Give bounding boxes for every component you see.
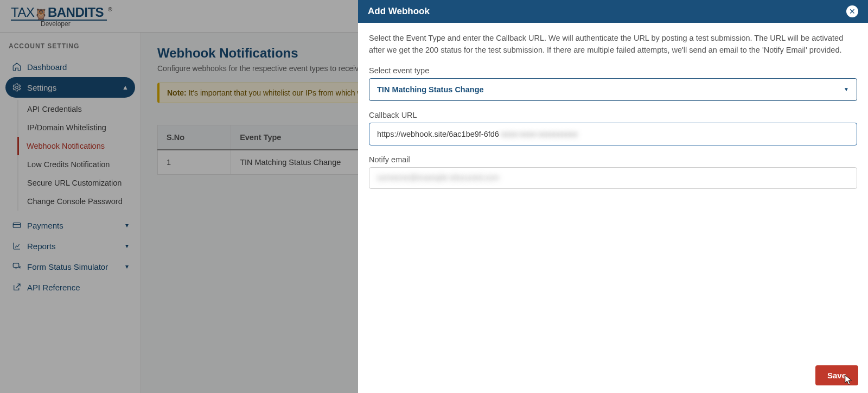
notify-email-input[interactable]: someone@example-obscured.com bbox=[369, 167, 857, 189]
save-button[interactable]: Save bbox=[815, 365, 858, 385]
panel-title: Add Webhook bbox=[368, 6, 430, 17]
event-type-select[interactable]: TIN Matching Status Change ▼ bbox=[369, 78, 857, 101]
field-callback-url: Callback URL https://webhook.site/6ac1be… bbox=[369, 111, 857, 145]
close-icon: ✕ bbox=[849, 7, 856, 16]
field-notify-email: Notify email someone@example-obscured.co… bbox=[369, 155, 857, 189]
event-type-value: TIN Matching Status Change bbox=[377, 85, 484, 94]
callback-url-obscured: -xxxx-xxxx-xxxxxxxxxx bbox=[499, 130, 578, 138]
callback-url-value: https://webhook.site/6ac1be9f-6fd6 bbox=[377, 130, 499, 138]
callback-url-input[interactable]: https://webhook.site/6ac1be9f-6fd6-xxxx-… bbox=[369, 123, 857, 145]
notify-email-label: Notify email bbox=[369, 155, 857, 164]
panel-description: Select the Event Type and enter the Call… bbox=[369, 33, 857, 56]
panel-footer: Save bbox=[358, 358, 868, 393]
add-webhook-panel: Add Webhook ✕ Select the Event Type and … bbox=[358, 0, 868, 393]
callback-url-label: Callback URL bbox=[369, 111, 857, 119]
close-button[interactable]: ✕ bbox=[846, 5, 858, 17]
field-event-type: Select event type TIN Matching Status Ch… bbox=[369, 66, 857, 101]
event-type-label: Select event type bbox=[369, 66, 857, 75]
panel-body: Select the Event Type and enter the Call… bbox=[358, 23, 868, 358]
notify-email-obscured: someone@example-obscured.com bbox=[377, 173, 551, 183]
panel-header: Add Webhook ✕ bbox=[358, 0, 868, 23]
caret-down-icon: ▼ bbox=[844, 86, 849, 92]
